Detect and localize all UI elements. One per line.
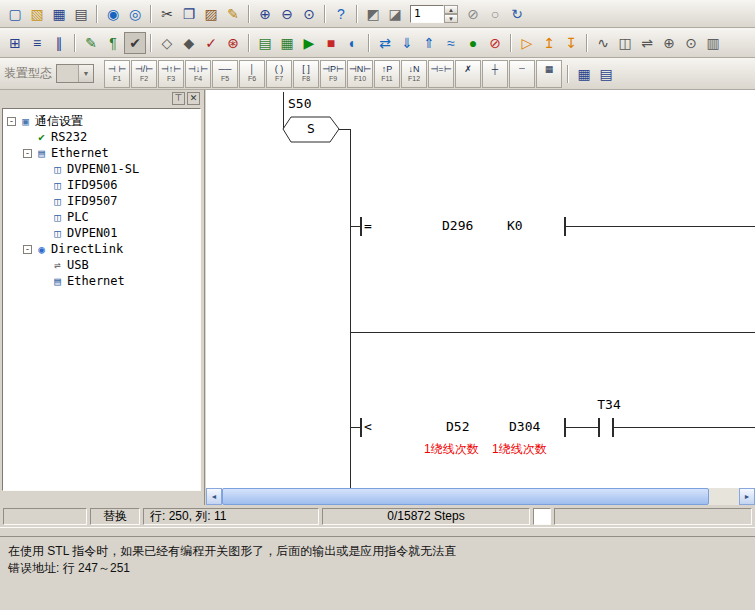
comment-table-icon[interactable]: ▤ — [254, 32, 276, 54]
step-ladder-button[interactable]: ↑P F11 — [374, 60, 400, 88]
zoom-100-icon[interactable]: ⊙ — [298, 3, 320, 25]
application-instruction-button[interactable]: [ ] F8 — [293, 60, 319, 88]
disable-network-icon[interactable]: ⊘ — [462, 3, 484, 25]
edit-mode-icon[interactable]: ✔ — [124, 32, 146, 54]
tree-item-plc[interactable]: ◫ PLC — [3, 209, 200, 225]
compare-operator[interactable]: = — [364, 218, 372, 234]
insert-row-button[interactable]: ┼ — [482, 60, 508, 88]
zoom-out-icon[interactable]: ⊖ — [276, 3, 298, 25]
pin-panel-button[interactable]: ⊤ — [172, 92, 185, 105]
tree-item-dvpen01-sl[interactable]: ◫ DVPEN01-SL — [3, 161, 200, 177]
copy-icon[interactable]: ❐ — [178, 3, 200, 25]
read-from-plc-icon[interactable]: ⇑ — [418, 32, 440, 54]
magnifier-icon[interactable]: ⊙ — [680, 32, 702, 54]
tree-item-rs232[interactable]: ✔ RS232 — [3, 129, 200, 145]
comment-edit-icon[interactable]: ✎ — [80, 32, 102, 54]
trend-chart-icon[interactable]: ∿ — [592, 32, 614, 54]
contact-no-button[interactable]: ⊣ ⊢ F1 — [104, 60, 130, 88]
compare-contact-button[interactable]: ⊣=⊢ — [428, 60, 454, 88]
find-device-icon[interactable]: ◇ — [156, 32, 178, 54]
new-file-icon[interactable]: ▢ — [4, 3, 26, 25]
ladder-view-icon[interactable]: ⊞ — [4, 32, 26, 54]
open-file-icon[interactable]: ▧ — [26, 3, 48, 25]
tree-item-directlink[interactable]: - ◉ DirectLink — [3, 241, 200, 257]
scroll-right-icon[interactable]: ► — [739, 488, 755, 505]
vertical-line-button[interactable]: │ F6 — [239, 60, 265, 88]
line-number-input[interactable] — [410, 5, 444, 23]
start-monitor-icon[interactable]: ▶ — [298, 32, 320, 54]
refresh-icon[interactable]: ↻ — [506, 3, 528, 25]
close-panel-button[interactable]: ✕ — [187, 92, 200, 105]
bookmark-icon[interactable]: ◩ — [362, 3, 384, 25]
device-comment-d304[interactable]: 1绕线次数 — [492, 442, 547, 457]
format-painter-icon[interactable]: ✎ — [222, 3, 244, 25]
rising-pulse-button[interactable]: ⊣P⊢ F9 — [320, 60, 346, 88]
help-icon[interactable]: ? — [330, 3, 352, 25]
delete-element-button[interactable]: ✗ — [455, 60, 481, 88]
device-table-icon[interactable]: ▦ — [276, 32, 298, 54]
upload-program-icon[interactable]: ◎ — [124, 3, 146, 25]
check-program-icon[interactable]: ✓ — [200, 32, 222, 54]
tree-expander[interactable]: - — [23, 149, 32, 158]
scroll-left-icon[interactable]: ◄ — [206, 488, 222, 505]
falling-pulse-button[interactable]: ⊣N⊢ F10 — [347, 60, 373, 88]
operand-k0[interactable]: K0 — [507, 218, 523, 234]
replace-device-icon[interactable]: ◆ — [178, 32, 200, 54]
panel-splitter[interactable] — [0, 527, 755, 537]
contact-rising-button[interactable]: ⊣↑⊢ F3 — [158, 60, 184, 88]
compare-operator[interactable]: < — [364, 419, 372, 435]
verify-plc-icon[interactable]: ≈ — [440, 32, 462, 54]
paste-icon[interactable]: ▨ — [200, 3, 222, 25]
sfc-view-icon[interactable]: ∥ — [48, 32, 70, 54]
device-comment-d52[interactable]: 1绕线次数 — [424, 442, 479, 457]
horizontal-scrollbar[interactable]: ◄ ► — [206, 488, 755, 505]
device-type-select[interactable]: ▼ — [56, 64, 94, 83]
delete-row-button[interactable]: ┄ — [509, 60, 535, 88]
segment-comment-icon[interactable]: ¶ — [102, 32, 124, 54]
scrollbar-thumb[interactable] — [222, 488, 709, 505]
sampling-icon[interactable]: ◫ — [614, 32, 636, 54]
operand-d296[interactable]: D296 — [442, 218, 473, 234]
transfer-setup-icon[interactable]: ⇄ — [374, 32, 396, 54]
bookmark-next-icon[interactable]: ◪ — [384, 3, 406, 25]
stop-plc-icon[interactable]: ⊘ — [484, 32, 506, 54]
run-plc-icon[interactable]: ● — [462, 32, 484, 54]
tree-item-comm-settings[interactable]: - ▣ 通信设置 — [3, 113, 200, 129]
output-coil-button[interactable]: ( ) F7 — [266, 60, 292, 88]
operand-d304[interactable]: D304 — [509, 419, 540, 435]
tree-item-ethernet-2[interactable]: ▤ Ethernet — [3, 273, 200, 289]
print-icon[interactable]: ▤ — [70, 3, 92, 25]
cut-icon[interactable]: ✂ — [156, 3, 178, 25]
tree-item-ifd9506[interactable]: ◫ IFD9506 — [3, 177, 200, 193]
tree-expander[interactable]: - — [23, 245, 32, 254]
spin-up-icon[interactable]: ▲ — [444, 5, 458, 14]
simulator-icon[interactable]: ▷ — [516, 32, 538, 54]
block-select-button[interactable]: ▦ — [536, 60, 562, 88]
enable-network-icon[interactable]: ○ — [484, 3, 506, 25]
compile-icon[interactable]: ⊛ — [222, 32, 244, 54]
zoom-in-icon[interactable]: ⊕ — [254, 3, 276, 25]
write-to-plc-icon[interactable]: ⇓ — [396, 32, 418, 54]
communication-icon[interactable]: ⇌ — [636, 32, 658, 54]
tree-expander[interactable]: - — [7, 117, 16, 126]
contact-falling-button[interactable]: ⊣↓⊢ F4 — [185, 60, 211, 88]
operand-d52[interactable]: D52 — [446, 419, 469, 435]
contact-t34-label[interactable]: T34 — [590, 397, 628, 413]
zoom-tool-icon[interactable]: ⊕ — [658, 32, 680, 54]
force-on-icon[interactable]: ↥ — [538, 32, 560, 54]
monitor-table-icon[interactable]: ▤ — [595, 63, 617, 85]
horizontal-line-button[interactable]: ── F5 — [212, 60, 238, 88]
tree-item-ethernet[interactable]: - ▤ Ethernet — [3, 145, 200, 161]
contact-nc-button[interactable]: ⊣/⊢ F2 — [131, 60, 157, 88]
tree-item-ifd9507[interactable]: ◫ IFD9507 — [3, 193, 200, 209]
stl-step-contact[interactable]: S — [282, 116, 340, 143]
instruction-view-icon[interactable]: ≡ — [26, 32, 48, 54]
stop-monitor-icon[interactable]: ■ — [320, 32, 342, 54]
ladder-symbol-table-icon[interactable]: ▦ — [573, 63, 595, 85]
scrollbar-track[interactable] — [709, 488, 739, 505]
step-return-button[interactable]: ↓N F12 — [401, 60, 427, 88]
force-off-icon[interactable]: ↧ — [560, 32, 582, 54]
save-file-icon[interactable]: ▦ — [48, 3, 70, 25]
device-report-icon[interactable]: ▥ — [702, 32, 724, 54]
tree-item-dvpen01[interactable]: ◫ DVPEN01 — [3, 225, 200, 241]
